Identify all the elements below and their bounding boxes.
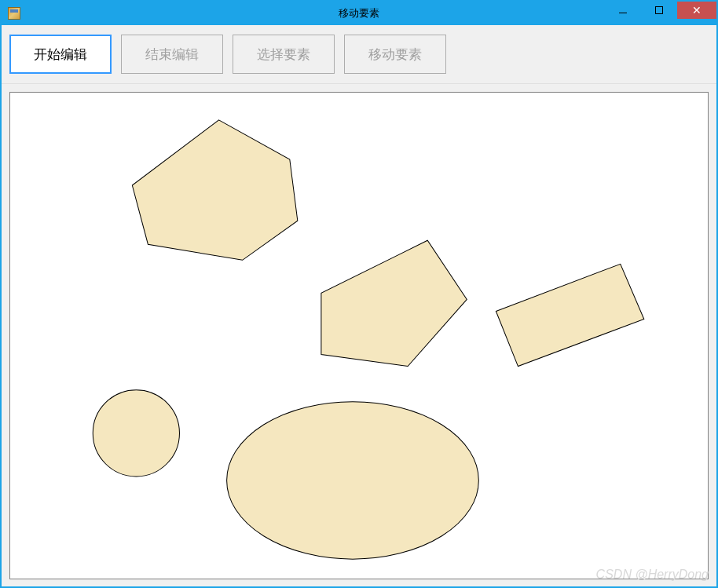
end-edit-button[interactable]: 结束编辑 <box>121 35 223 74</box>
shapes-canvas[interactable] <box>10 93 708 579</box>
app-icon <box>8 7 20 20</box>
close-button[interactable]: ✕ <box>677 2 716 19</box>
toolbar: 开始编辑 结束编辑 选择要素 移动要素 <box>2 25 716 84</box>
window-title: 移动要素 <box>339 6 379 20</box>
rectangle-shape[interactable] <box>496 264 643 366</box>
move-feature-button[interactable]: 移动要素 <box>344 35 446 74</box>
canvas-area[interactable] <box>9 92 709 579</box>
ellipse-shape[interactable] <box>227 402 479 559</box>
titlebar[interactable]: 移动要素 ✕ <box>2 2 716 25</box>
application-window: 移动要素 ✕ 开始编辑 结束编辑 选择要素 移动要素 <box>0 0 718 588</box>
close-icon: ✕ <box>692 5 702 16</box>
window-controls: ✕ <box>605 2 716 25</box>
maximize-button[interactable] <box>641 2 677 19</box>
polygon-shape-2[interactable] <box>321 240 467 366</box>
minimize-button[interactable] <box>605 2 641 19</box>
polygon-shape-1[interactable] <box>132 120 297 260</box>
start-edit-button[interactable]: 开始编辑 <box>9 35 112 74</box>
circle-shape[interactable] <box>93 390 179 477</box>
maximize-icon <box>655 6 663 14</box>
minimize-icon <box>619 13 627 13</box>
select-feature-button[interactable]: 选择要素 <box>233 35 335 74</box>
